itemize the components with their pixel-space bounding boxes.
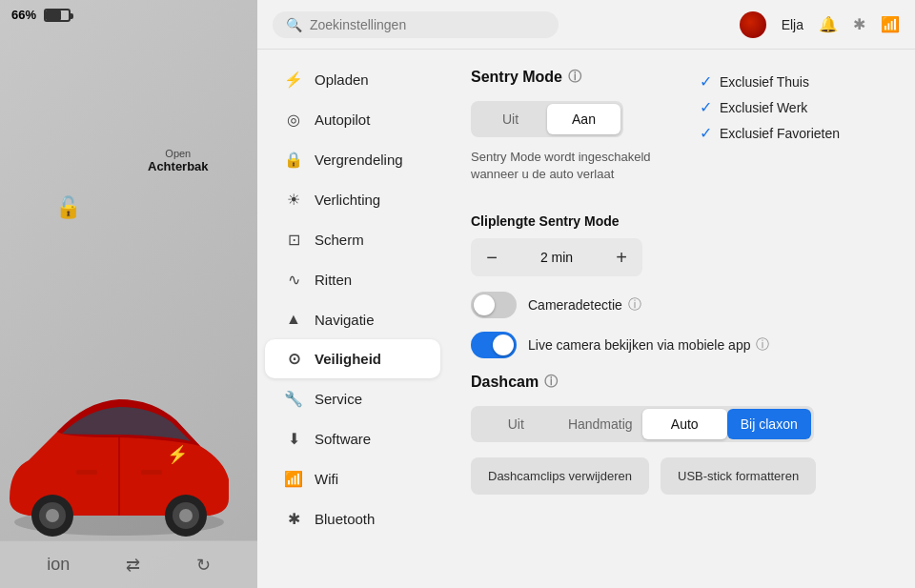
dashcam-option-uit[interactable]: Uit	[474, 409, 559, 439]
sidebar-label-autopilot: Autopilot	[315, 112, 370, 128]
stepper-minus-button[interactable]: −	[471, 238, 513, 276]
sidebar-item-bluetooth[interactable]: ✱ Bluetooth	[265, 499, 440, 538]
sentry-right: ✓ Exclusief Thuis ✓ Exclusief Werk ✓ Exc…	[700, 69, 840, 198]
navigatie-icon: ▲	[284, 311, 303, 328]
sidebar-item-service[interactable]: 🔧 Service	[265, 379, 440, 418]
dashcam-option-handmatig[interactable]: Handmatig	[559, 409, 643, 439]
live-camera-label: Live camera bekijken via mobiele app ⓘ	[528, 336, 769, 354]
wifi-icon: 📶	[284, 470, 303, 488]
sentry-info-icon[interactable]: ⓘ	[568, 69, 581, 86]
sidebar-item-verlichting[interactable]: ☀ Verlichting	[265, 180, 440, 219]
battery-percent: 66%	[11, 8, 36, 22]
sidebar-label-scherm: Scherm	[315, 232, 364, 248]
sentry-toggle-off[interactable]: Uit	[474, 104, 547, 134]
live-camera-toggle[interactable]	[471, 332, 517, 358]
clip-length-section: Cliplengte Sentry Mode − 2 min +	[471, 213, 892, 276]
clip-stepper: − 2 min +	[471, 238, 642, 276]
dashcam-actions: Dashcamclips verwijderen USB-stick forma…	[471, 457, 892, 495]
sidebar-nav: ⚡ Opladen ◎ Autopilot 🔒 Vergrendeling ☀ …	[257, 50, 448, 588]
user-avatar	[740, 11, 766, 38]
sentry-toggle-group: Uit Aan	[471, 101, 623, 137]
dashcam-toggle-group: Uit Handmatig Auto Bij claxon	[471, 406, 814, 442]
sidebar-item-navigatie[interactable]: ▲ Navigatie	[265, 300, 440, 338]
sentry-mode-title: Sentry Mode ⓘ	[471, 69, 661, 86]
sentry-description: Sentry Mode wordt ingeschakeld wanneer u…	[471, 149, 661, 183]
sidebar-label-verlichting: Verlichting	[315, 192, 380, 208]
stepper-plus-button[interactable]: +	[600, 238, 642, 276]
wifi-header-icon[interactable]: 📶	[881, 15, 900, 33]
veiligheid-icon: ⊙	[284, 350, 303, 368]
sentry-left: Sentry Mode ⓘ Uit Aan Sentry Mode wordt …	[471, 69, 661, 198]
svg-point-6	[46, 509, 59, 522]
check-favorieten-icon: ✓	[700, 124, 712, 142]
camera-detection-row: Cameradetectie ⓘ	[471, 292, 892, 318]
sidebar-item-opladen[interactable]: ⚡ Opladen	[265, 60, 440, 99]
car-open-label: Open	[148, 148, 209, 159]
battery-icon	[44, 9, 71, 22]
search-bar[interactable]: 🔍	[273, 11, 559, 38]
shuffle-icon[interactable]: ⇄	[126, 555, 140, 576]
clip-length-title: Cliplengte Sentry Mode	[471, 213, 892, 229]
settings-detail: Sentry Mode ⓘ Uit Aan Sentry Mode wordt …	[448, 50, 915, 588]
sidebar-item-wifi[interactable]: 📶 Wifi	[265, 459, 440, 498]
dashcam-option-claxon[interactable]: Bij claxon	[727, 409, 812, 439]
service-icon: 🔧	[284, 390, 303, 408]
format-usb-button[interactable]: USB-stick formatteren	[661, 457, 816, 495]
status-bar: 66%	[0, 0, 257, 30]
settings-panel: 🔍 Elja 🔔 ✱ 📶 ⚡ Opladen ◎ Autopilot 🔒	[257, 0, 915, 588]
search-icon: 🔍	[286, 17, 302, 32]
vergrendeling-icon: 🔒	[284, 151, 303, 169]
checkbox-thuis[interactable]: ✓ Exclusief Thuis	[700, 72, 840, 91]
sidebar-item-ritten[interactable]: ∿ Ritten	[265, 260, 440, 299]
svg-rect-2	[76, 470, 97, 475]
bell-icon[interactable]: 🔔	[819, 15, 838, 33]
stepper-value: 2 min	[513, 250, 600, 265]
sentry-toggle-on[interactable]: Aan	[547, 104, 620, 134]
sidebar-item-scherm[interactable]: ⊡ Scherm	[265, 220, 440, 259]
sidebar-label-opladen: Opladen	[315, 71, 369, 88]
sidebar-label-veiligheid: Veiligheid	[315, 351, 381, 367]
camera-detection-toggle[interactable]	[471, 292, 517, 318]
checkbox-werk[interactable]: ✓ Exclusief Werk	[700, 98, 840, 116]
user-name: Elja	[782, 17, 803, 32]
check-thuis-icon: ✓	[700, 72, 712, 91]
sidebar-label-vergrendeling: Vergrendeling	[315, 152, 403, 168]
lock-icon: 🔓	[55, 195, 81, 220]
sidebar-item-autopilot[interactable]: ◎ Autopilot	[265, 100, 440, 139]
header-right: Elja 🔔 ✱ 📶	[740, 11, 900, 38]
checkbox-favorieten-label: Exclusief Favorieten	[720, 126, 840, 141]
sidebar-label-ritten: Ritten	[315, 272, 352, 288]
sidebar-item-software[interactable]: ⬇ Software	[265, 419, 440, 458]
dashcam-section: Dashcam ⓘ Uit Handmatig Auto Bij claxon …	[471, 374, 892, 495]
autopilot-icon: ◎	[284, 111, 303, 129]
region-label: ion	[47, 555, 70, 575]
check-werk-icon: ✓	[700, 98, 712, 116]
camera-detection-label: Cameradetectie ⓘ	[528, 296, 641, 314]
opladen-icon: ⚡	[284, 71, 303, 89]
refresh-icon[interactable]: ↻	[196, 555, 211, 576]
dashcam-info-icon[interactable]: ⓘ	[544, 374, 558, 391]
camera-info-icon[interactable]: ⓘ	[628, 296, 641, 314]
sidebar-item-vergrendeling[interactable]: 🔒 Vergrendeling	[265, 140, 440, 179]
live-camera-row: Live camera bekijken via mobiele app ⓘ	[471, 332, 892, 358]
dashcam-option-auto[interactable]: Auto	[642, 409, 727, 439]
sentry-mode-section: Sentry Mode ⓘ Uit Aan Sentry Mode wordt …	[471, 69, 892, 198]
dashcam-title: Dashcam ⓘ	[471, 374, 892, 391]
sidebar-label-navigatie: Navigatie	[315, 312, 375, 328]
car-panel: 66% 🔓 Open Achterbak	[0, 0, 257, 588]
search-input[interactable]	[310, 17, 545, 32]
sidebar-label-software: Software	[315, 431, 371, 447]
bluetooth-header-icon[interactable]: ✱	[853, 15, 865, 33]
sidebar-item-veiligheid[interactable]: ⊙ Veiligheid	[265, 339, 440, 378]
svg-text:⚡: ⚡	[167, 444, 189, 465]
car-image: ⚡	[0, 375, 257, 540]
live-camera-info-icon[interactable]: ⓘ	[756, 336, 769, 354]
checkbox-thuis-label: Exclusief Thuis	[720, 74, 809, 90]
checkbox-favorieten[interactable]: ✓ Exclusief Favorieten	[700, 124, 840, 142]
scherm-icon: ⊡	[284, 231, 303, 249]
ritten-icon: ∿	[284, 271, 303, 289]
delete-clips-button[interactable]: Dashcamclips verwijderen	[471, 457, 649, 495]
main-content: ⚡ Opladen ◎ Autopilot 🔒 Vergrendeling ☀ …	[257, 50, 915, 588]
sidebar-label-service: Service	[315, 391, 362, 407]
car-label[interactable]: Open Achterbak	[148, 148, 209, 173]
